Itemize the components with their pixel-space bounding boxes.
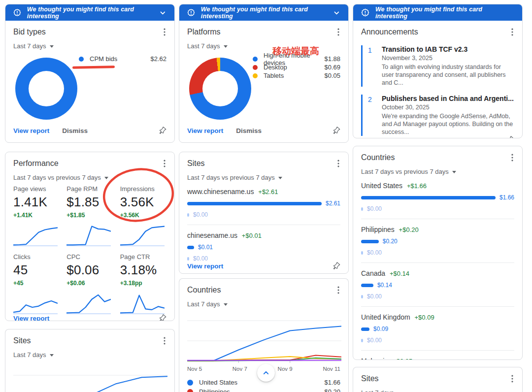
sites-line-chart <box>13 365 167 392</box>
suggestion-banner: We thought you might find this card inte… <box>179 4 348 21</box>
dismiss-button[interactable]: Dismiss <box>62 127 88 134</box>
period-selector[interactable]: Last 7 days <box>13 351 166 359</box>
pin-icon[interactable] <box>332 127 340 135</box>
site-delta: +$2.61 <box>258 188 278 196</box>
country-row: Philippines +$0.20 $0.20 $0.00 <box>361 219 514 263</box>
kebab-menu-icon[interactable] <box>507 152 517 163</box>
x-tick-label: Nov 7 <box>233 366 247 372</box>
country-delta: +$0.14 <box>390 270 409 277</box>
pin-icon[interactable] <box>158 127 166 135</box>
country-row: United States +$1.66 $1.66 $0.00 <box>361 175 514 219</box>
announcement-number: 2 <box>361 95 382 136</box>
legend-label: Philippines <box>199 388 230 392</box>
period-label: Last 7 days vs previous 7 days <box>187 174 275 181</box>
bar-value-previous: $0.00 <box>367 249 382 256</box>
previous-period-bar <box>187 213 189 217</box>
chevron-down-icon[interactable] <box>158 8 167 18</box>
current-period-bar <box>361 196 496 199</box>
platforms-donut-chart <box>189 58 251 120</box>
pin-icon[interactable] <box>332 262 340 270</box>
metric-label: Page CTR <box>120 253 166 261</box>
current-period-bar <box>187 246 194 249</box>
period-selector[interactable]: Last 7 days <box>13 42 166 50</box>
platforms-chart-area: High-end mobile devices $1.88 Desktop $0… <box>187 50 340 127</box>
current-period-bar <box>361 327 369 331</box>
period-selector[interactable]: Last 7 days <box>187 300 340 308</box>
view-announcements-link[interactable]: View announcements <box>361 136 429 138</box>
sparkline-chart <box>13 224 58 246</box>
view-report-link[interactable]: View report <box>13 127 49 134</box>
period-selector[interactable]: Last 7 days <box>187 42 340 50</box>
card-title: Countries <box>361 153 395 162</box>
kebab-menu-icon[interactable] <box>333 27 343 37</box>
sparkline-chart <box>66 292 111 314</box>
announcement-title: Transition to IAB TCF v2.3 <box>382 45 514 53</box>
announcement-date: November 3, 2025 <box>382 55 514 62</box>
kebab-menu-icon[interactable] <box>333 285 343 295</box>
view-report-link[interactable]: View report <box>13 315 49 321</box>
banner-text: We thought you might find this card inte… <box>375 6 515 20</box>
kebab-menu-icon[interactable] <box>160 158 169 169</box>
country-name: Canada <box>361 269 385 277</box>
kebab-menu-icon[interactable] <box>507 373 517 384</box>
legend-label: Tablets <box>264 72 284 79</box>
metric-page-views: Page views 1.41K +1.41K <box>13 185 60 246</box>
sites-card-col3: Sites Last 7 days <box>353 367 523 392</box>
previous-period-bar <box>361 207 363 211</box>
legend-label: CPM bids <box>90 55 117 63</box>
card-title: Announcements <box>361 28 418 36</box>
dropdown-caret-icon <box>278 177 282 179</box>
announcement-number: 1 <box>361 45 382 87</box>
pin-icon[interactable] <box>158 314 166 321</box>
legend-value: $0.20 <box>324 388 340 392</box>
sites-card-col1: Sites Last 7 days <box>5 329 175 392</box>
announcement-item[interactable]: 2 Publishers based in China and Argenti.… <box>361 95 514 136</box>
legend-dot-icon <box>253 73 258 78</box>
kebab-menu-icon[interactable] <box>160 27 169 37</box>
announcement-item[interactable]: 1 Transition to IAB TCF v2.3 November 3,… <box>361 45 514 87</box>
country-row: Malaysia +$0.05 $0.05 $0.00 <box>361 351 514 360</box>
x-tick-label: Nov 11 <box>323 366 340 372</box>
legend-dot-icon <box>253 65 258 70</box>
new-releases-badge-icon <box>361 8 369 17</box>
metric-value: $0.06 <box>66 262 113 278</box>
country-name: Philippines <box>361 226 395 233</box>
x-tick-label: Nov 9 <box>278 366 293 372</box>
announcement-title: Publishers based in China and Argenti... <box>382 95 514 102</box>
announcement-date: October 30, 2025 <box>382 104 514 111</box>
country-name: United Kingdom <box>361 313 410 321</box>
suggestion-banner: We thought you might find this card inte… <box>353 4 522 21</box>
legend-item: High-end mobile devices $1.88 <box>253 55 340 63</box>
pin-icon[interactable] <box>506 136 514 138</box>
kebab-menu-icon[interactable] <box>333 158 343 169</box>
bar-value: $0.01 <box>198 244 213 251</box>
metric-label: Page views <box>13 185 60 193</box>
current-period-bar <box>187 202 322 205</box>
view-report-link[interactable]: View report <box>187 262 223 270</box>
period-selector[interactable]: Last 7 days vs previous 7 days <box>361 168 514 175</box>
period-selector[interactable]: Last 7 days vs previous 7 days <box>13 174 166 181</box>
metric-impressions: Impressions 3.56K +3.56K <box>120 185 166 246</box>
bid-types-chart-area: CPM bids $2.62 <box>13 50 166 127</box>
period-label: Last 7 days <box>13 42 46 50</box>
view-report-link[interactable]: View report <box>187 127 223 134</box>
bar-value-previous: $0.00 <box>193 255 208 262</box>
site-row: chinesename.us +$0.01 $0.01 $0.00 <box>187 225 340 262</box>
dropdown-caret-icon <box>50 354 54 357</box>
legend-value: $0.69 <box>324 64 340 71</box>
kebab-menu-icon[interactable] <box>507 27 517 37</box>
metric-value: 1.41K <box>13 195 60 210</box>
legend-value: $2.62 <box>150 55 166 63</box>
metric-delta: +3.18pp <box>120 280 166 287</box>
dismiss-button[interactable]: Dismiss <box>236 127 262 134</box>
column-3: We thought you might find this card inte… <box>353 4 523 392</box>
period-selector[interactable]: Last 7 days <box>361 389 514 392</box>
metric-clicks: Clicks 45 +45 <box>13 253 60 314</box>
chevron-down-icon[interactable] <box>332 8 341 18</box>
kebab-menu-icon[interactable] <box>160 335 169 346</box>
period-label: Last 7 days <box>13 351 46 359</box>
country-name: United States <box>361 182 402 190</box>
column-2: We thought you might find this card inte… <box>179 4 349 392</box>
period-selector[interactable]: Last 7 days vs previous 7 days <box>187 174 340 181</box>
collapse-fab-button[interactable] <box>257 364 275 382</box>
